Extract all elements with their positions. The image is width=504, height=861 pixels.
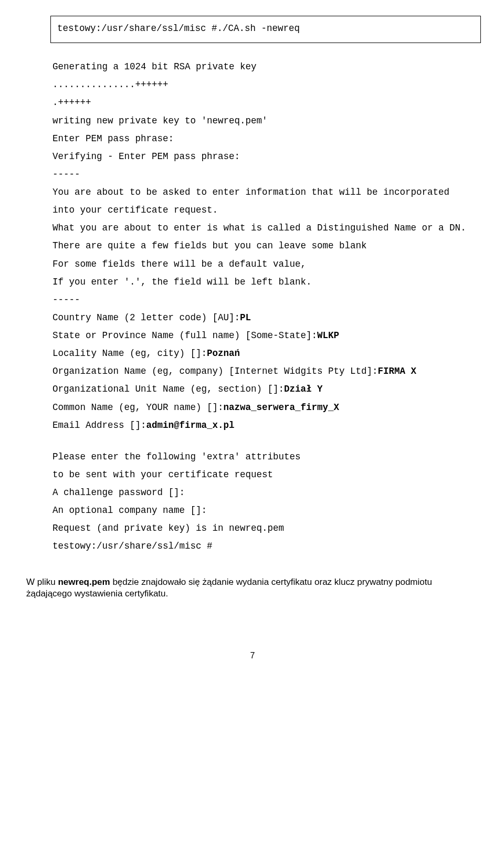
out-answer: Poznań <box>207 348 240 359</box>
out-line: Please enter the following 'extra' attri… <box>52 452 301 462</box>
out-line: If you enter '.', the field will be left… <box>52 277 312 287</box>
out-answer: WLKP <box>317 330 339 341</box>
command-text: testowy:/usr/share/ssl/misc #./CA.sh -ne… <box>57 23 300 34</box>
out-prompt: Organization Name (eg, company) [Interne… <box>52 366 378 376</box>
para-filename: newreq.pem <box>58 577 110 587</box>
out-answer: admin@firma_x.pl <box>146 420 235 430</box>
terminal-output: Generating a 1024 bit RSA private key ..… <box>52 58 479 434</box>
out-line: Request (and private key) is in newreq.p… <box>52 523 284 533</box>
out-line: Enter PEM pass phrase: <box>52 133 174 144</box>
out-line: There are quite a few fields but you can… <box>52 240 367 251</box>
out-prompt: Organizational Unit Name (eg, section) [… <box>52 384 284 394</box>
out-prompt: Common Name (eg, YOUR name) []: <box>52 402 224 413</box>
out-line: into your certificate request. <box>52 205 218 215</box>
out-prompt: State or Province Name (full name) [Some… <box>52 330 317 341</box>
out-line: You are about to be asked to enter infor… <box>52 187 449 197</box>
para-text: W pliku <box>26 577 58 587</box>
document-page: testowy:/usr/share/ssl/misc #./CA.sh -ne… <box>0 0 504 680</box>
out-answer: Dział Y <box>284 384 323 394</box>
out-line: writing new private key to 'newreq.pem' <box>52 116 268 126</box>
out-line: For some fields there will be a default … <box>52 259 306 269</box>
out-line: .++++++ <box>52 97 91 108</box>
out-line: What you are about to enter is what is c… <box>52 223 466 233</box>
out-line: to be sent with your certificate request <box>52 469 273 480</box>
out-answer: PL <box>240 312 251 323</box>
out-prompt: Locality Name (eg, city) []: <box>52 348 207 359</box>
out-line: ----- <box>52 295 80 305</box>
out-prompt: Email Address []: <box>52 420 146 430</box>
out-line: An optional company name []: <box>52 505 207 516</box>
out-answer: FIRMA X <box>378 366 417 376</box>
spacer <box>52 434 479 448</box>
out-line: ...............++++++ <box>52 79 169 90</box>
out-line: Generating a 1024 bit RSA private key <box>52 61 257 72</box>
page-number: 7 <box>26 647 479 664</box>
out-line: ----- <box>52 169 80 180</box>
out-prompt: Country Name (2 letter code) [AU]: <box>52 312 240 323</box>
out-line: A challenge password []: <box>52 487 185 498</box>
command-box: testowy:/usr/share/ssl/misc #./CA.sh -ne… <box>50 16 481 43</box>
out-answer: nazwa_serwera_firmy_X <box>224 402 340 413</box>
out-line: Verifying - Enter PEM pass phrase: <box>52 151 240 162</box>
out-line: testowy:/usr/share/ssl/misc # <box>52 541 213 551</box>
terminal-output-extra: Please enter the following 'extra' attri… <box>52 448 479 555</box>
description-paragraph: W pliku newreq.pem będzie znajdowało się… <box>26 576 479 601</box>
